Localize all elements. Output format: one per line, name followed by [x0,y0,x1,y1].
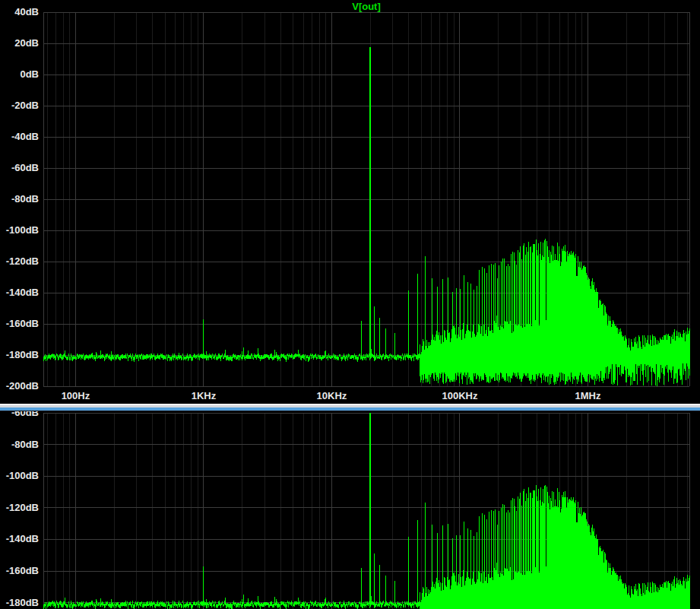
y-axis-label: -120dB [0,502,39,514]
y-axis-label: -100dB [0,224,39,236]
y-axis-label: -80dB [0,193,39,205]
y-axis-label: 0dB [0,68,39,81]
y-axis-label: -60dB [0,162,39,174]
x-axis-label: 1MHz [556,390,619,402]
y-axis-label: -160dB [0,318,39,330]
spectrum-plot-top[interactable] [0,0,700,404]
x-axis-label: 10KHz [299,390,363,402]
x-axis-label: 100Hz [43,390,107,402]
y-axis-label: -20dB [0,100,39,112]
y-axis-label: -60dB [0,411,39,419]
x-axis-label: 100KHz [428,390,492,402]
fft-pane-top[interactable]: V[out] 40dB20dB0dB-20dB-40dB-60dB-80dB-1… [0,0,700,404]
y-axis-label: -140dB [0,287,39,299]
y-axis-label: 20dB [0,37,39,49]
y-axis-label: -180dB [0,349,39,361]
spectrum-trace [43,485,689,609]
y-axis-label: -120dB [0,255,39,268]
fft-pane-bottom[interactable]: -60dB-80dB-100dB-120dB-140dB-160dB-180dB [0,411,700,609]
y-axis-label: -140dB [0,533,39,545]
x-axis-label: 1KHz [172,390,236,402]
spectrum-plot-bottom[interactable] [0,411,700,609]
y-axis-label: -160dB [0,565,39,577]
trace-label[interactable]: V[out] [43,1,689,12]
y-axis-label: -40dB [0,131,39,143]
y-axis-label: -180dB [0,597,39,609]
waveform-viewer: V[out] 40dB20dB0dB-20dB-40dB-60dB-80dB-1… [0,0,700,609]
y-axis-label: -80dB [0,439,39,451]
y-axis-label: -100dB [0,470,39,482]
y-axis-label: 40dB [0,6,39,18]
spectrum-trace [43,239,689,385]
pane-splitter[interactable] [0,404,700,411]
y-axis-label: -200dB [0,380,39,392]
